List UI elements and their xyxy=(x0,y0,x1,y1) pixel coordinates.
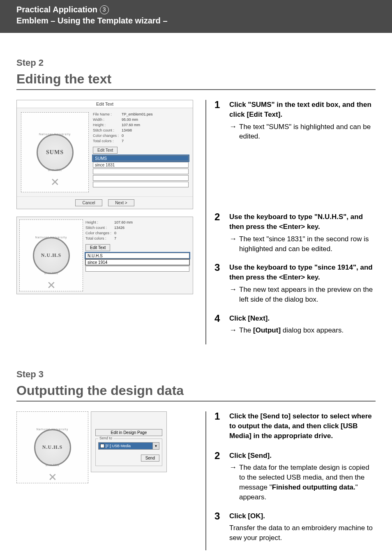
emblem-arc-bottom: since 1831 xyxy=(48,169,62,171)
file-name-value: TP_emblem01.pes xyxy=(122,112,153,116)
dialog1-title: Edit Text xyxy=(17,100,193,108)
step2-columns: Edit Text National University SUMS since… xyxy=(16,100,376,344)
text-field-4[interactable] xyxy=(93,175,189,181)
emblem-arc-top-2: National University xyxy=(35,236,67,239)
height-value-2: 107.60 mm xyxy=(114,220,133,224)
sub-text: Transfer the data to an embroidery machi… xyxy=(229,523,376,543)
step3-right: 1 Click the [Send to] selector to select… xyxy=(205,411,376,550)
step2-left: Edit Text National University SUMS since… xyxy=(16,100,193,344)
step3-item-2: 2 Click [Send]. → The data for the templ… xyxy=(214,451,376,504)
page-header: Practical Application 3 Emblem – Using t… xyxy=(0,0,392,33)
text-field-1b[interactable]: N.U.H.S xyxy=(85,253,189,259)
emblem-circle-2: National University N.U.H.S since 1831 xyxy=(33,237,70,274)
step-number: 2 xyxy=(214,451,229,504)
result-text: The text "SUMS" is highlighted and can b… xyxy=(239,122,376,142)
arrow-icon: → xyxy=(229,234,239,244)
step3-left: National University N.U.H.S since 1831 ✕… xyxy=(16,411,193,550)
instruction-text: Use the keyboard to type "since 1914", a… xyxy=(229,263,376,282)
height-label: Height : xyxy=(93,123,122,127)
result-pre: The xyxy=(239,326,253,334)
emblem-arc-top: National University xyxy=(39,133,71,136)
cancel-button[interactable]: Cancel xyxy=(75,199,102,206)
step2-right: 1 Click "SUMS" in the text edit box, and… xyxy=(205,100,376,344)
output-panel: Edit in Design Page Send to [F:] USB Med… xyxy=(91,411,167,472)
result-post: dialog box appears. xyxy=(281,326,344,334)
height-label-2: Height : xyxy=(85,220,114,224)
edit-text-button[interactable]: Edit Text xyxy=(93,147,118,154)
send-to-combo[interactable]: [F:] USB Media ▼ xyxy=(98,442,159,450)
page-content: Step 2 Editing the text Edit Text Nation… xyxy=(0,33,392,554)
emblem-circle-3: National University N.U.H.S since 1831 xyxy=(34,429,71,466)
stitch-value-2: 13426 xyxy=(114,226,125,230)
step2-item-3: 3 Use the keyboard to type "since 1914",… xyxy=(214,263,376,306)
arrow-icon: → xyxy=(229,463,239,472)
text-field-3[interactable] xyxy=(93,169,189,174)
dialog1-body: National University SUMS since 1831 ✕ Fi… xyxy=(17,108,193,196)
instruction-text: Click [Send]. xyxy=(229,451,376,461)
emblem-center-text-2: N.U.H.S xyxy=(41,252,61,259)
step-number: 3 xyxy=(214,511,229,543)
result-text: The text "since 1831" in the second row … xyxy=(239,234,376,254)
step3-columns: National University N.U.H.S since 1831 ✕… xyxy=(16,411,376,550)
emblem-graphic-2: National University N.U.H.S since 1831 ✕ xyxy=(27,227,76,284)
text-field-2b[interactable]: since 1914 xyxy=(85,259,189,265)
step2-item-1: 1 Click "SUMS" in the text edit box, and… xyxy=(214,100,376,143)
combo-text: [F:] USB Media xyxy=(106,444,131,448)
emblem-circle: National University SUMS since 1831 xyxy=(37,134,74,171)
step3-item-3: 3 Click [OK]. Transfer the data to an em… xyxy=(214,511,376,543)
step2-title: Editing the text xyxy=(16,72,376,90)
emblem-center-text-3: N.U.H.S xyxy=(42,444,62,450)
emblem-center-text: SUMS xyxy=(46,149,64,156)
header-line1: Practical Application 3 xyxy=(16,5,376,14)
dialog1-info: File Name :TP_emblem01.pes Width :95.00 … xyxy=(93,112,189,192)
step-number: 4 xyxy=(214,314,229,337)
step3-item-1: 1 Click the [Send to] selector to select… xyxy=(214,411,376,443)
edit-in-design-page-button[interactable]: Edit in Design Page xyxy=(95,429,162,436)
send-to-fieldset: Send to [F:] USB Media ▼ Send xyxy=(95,439,162,466)
step3-label: Step 3 xyxy=(16,369,376,380)
step-number: 1 xyxy=(214,100,229,143)
instruction-text: Use the keyboard to type "N.U.H.S", and … xyxy=(229,212,376,232)
output-dialog: National University N.U.H.S since 1831 ✕… xyxy=(16,411,193,483)
stitch-label: Stitch count : xyxy=(93,128,122,132)
edit-text-dialog-2: National University N.U.H.S since 1831 ✕… xyxy=(16,217,193,294)
instruction-text: Click the [Send to] selector to select w… xyxy=(229,411,376,441)
total-colors-value-2: 7 xyxy=(114,236,116,240)
instruction-text: Click "SUMS" in the text edit box, and t… xyxy=(229,100,376,120)
step-number: 2 xyxy=(214,212,229,255)
emblem-arc-bottom-3: since 1831 xyxy=(46,464,60,466)
text-field-1[interactable]: SUMS xyxy=(93,155,189,161)
dialog1-preview: National University SUMS since 1831 ✕ xyxy=(21,112,89,192)
circled-number: 3 xyxy=(100,5,109,14)
laurel-icon-2: ✕ xyxy=(47,279,56,292)
total-colors-value: 7 xyxy=(122,139,124,143)
color-changes-value-2: 0 xyxy=(114,231,116,235)
height-value: 107.60 mm xyxy=(122,123,140,127)
text-field-3b[interactable] xyxy=(85,266,189,272)
result-text: The [Output] dialog box appears. xyxy=(239,325,376,335)
result-bold: [Output] xyxy=(253,326,281,334)
dialog2-info: Height :107.60 mm Stitch count :13426 Co… xyxy=(85,217,193,294)
laurel-icon-3: ✕ xyxy=(48,471,57,484)
laurel-icon: ✕ xyxy=(51,176,60,189)
combo-selected: [F:] USB Media xyxy=(99,443,152,449)
width-label: Width : xyxy=(93,118,122,122)
file-name-label: File Name : xyxy=(93,112,122,116)
send-button[interactable]: Send xyxy=(141,455,159,462)
total-colors-label-2: Total colors : xyxy=(85,236,114,240)
stitch-value: 13498 xyxy=(122,128,132,132)
next-button[interactable]: Next > xyxy=(108,199,134,206)
emblem-graphic: National University SUMS since 1831 ✕ xyxy=(30,124,80,181)
dialog1-footer: Cancel Next > xyxy=(17,196,193,209)
emblem-arc-bottom-2: since 1831 xyxy=(44,272,58,275)
usb-icon xyxy=(100,444,104,448)
text-field-5[interactable] xyxy=(93,182,189,187)
total-colors-label: Total colors : xyxy=(93,139,122,143)
arrow-icon: → xyxy=(229,122,239,132)
width-value: 95.00 mm xyxy=(122,118,138,122)
emblem-graphic-3: National University N.U.H.S since 1831 ✕ xyxy=(28,419,77,476)
chevron-down-icon[interactable]: ▼ xyxy=(152,443,159,449)
arrow-icon: → xyxy=(229,285,239,294)
text-field-2[interactable]: since 1831 xyxy=(93,162,189,168)
edit-text-button-2[interactable]: Edit Text xyxy=(85,244,110,251)
